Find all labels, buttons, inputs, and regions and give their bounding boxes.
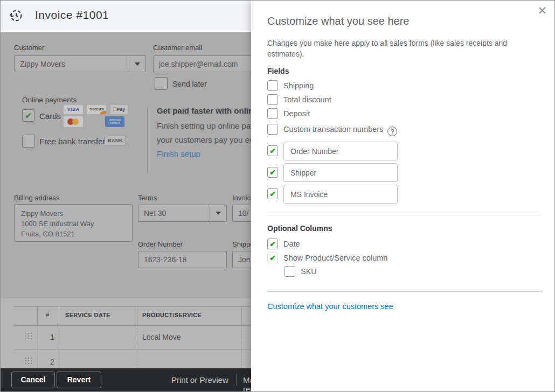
billing-address-textarea[interactable]: Zippy Movers 1000 SE Industrial Way Frui… (14, 204, 133, 242)
billing-address-label: Billing address (14, 194, 60, 202)
billing-line: Fruita, CO 81521 (21, 229, 126, 240)
free-bank-transfer-checkbox[interactable] (22, 135, 35, 148)
billing-line: 1000 SE Industrial Way (21, 219, 126, 229)
order-number-field-input[interactable] (283, 142, 398, 160)
shipper-label: Shipper (232, 240, 251, 248)
card-brand-icons: VISA DISCOVER Pay AMERICANEXPRESS (64, 105, 123, 127)
cards-checkbox[interactable] (22, 109, 34, 122)
footer-divider (236, 374, 237, 386)
row1-product-service[interactable]: Local Move (142, 333, 181, 341)
free-bank-transfer-label: Free bank transfer (39, 137, 106, 146)
print-or-preview-button[interactable]: Print or Preview (171, 375, 228, 384)
deposit-checkbox[interactable] (267, 108, 278, 119)
customer-select[interactable]: Zippy Movers (14, 55, 146, 72)
optional-columns-heading: Optional Columns (267, 224, 332, 233)
visa-icon: VISA (64, 105, 83, 114)
discover-icon: DISCOVER (87, 105, 106, 114)
show-product-service-label: Show Product/Service column (283, 254, 387, 262)
shipper-field-checkbox[interactable] (267, 167, 278, 178)
promo-line-1: Finish setting up online pay (157, 121, 251, 130)
recurring-history-icon[interactable] (9, 8, 24, 23)
customer-email-input[interactable]: joe.shipper@email.com (153, 55, 251, 72)
amex-icon: AMERICANEXPRESS (105, 116, 124, 127)
shipper-field-input[interactable] (283, 163, 398, 182)
drawer-subtitle: Changes you make here apply to all sales… (267, 38, 516, 60)
dropdown-caret-icon[interactable] (129, 56, 145, 72)
custom-transaction-numbers-label: Custom transaction numbers? (283, 125, 397, 136)
online-payments-label: Online payments (22, 96, 77, 104)
sku-checkbox[interactable] (285, 266, 295, 277)
shipper-value: Joe (238, 255, 251, 264)
customer-email-label: Customer email (153, 44, 202, 52)
drawer-title: Customize what you see here (267, 15, 409, 27)
shipping-checkbox[interactable] (267, 80, 278, 91)
shipper-input[interactable]: Joe (232, 251, 251, 268)
customize-customers-link[interactable]: Customize what your customers see (267, 302, 393, 311)
row1-number: 1 (50, 333, 54, 341)
terms-select[interactable]: Net 30 (138, 205, 227, 222)
col-header-number: # (46, 312, 49, 318)
dropdown-caret-icon[interactable] (210, 205, 226, 221)
make-recurring-button[interactable]: Make recurring (243, 375, 251, 391)
custom-transaction-numbers-checkbox[interactable] (267, 124, 278, 135)
invoice-date-input[interactable]: 10/ (232, 205, 251, 222)
cards-label: Cards (39, 111, 61, 121)
ms-invoice-field-checkbox[interactable] (267, 188, 278, 199)
invoice-form-dimmed: Invoice #1001 Customer Zippy Movers Cust… (1, 1, 251, 391)
total-discount-checkbox[interactable] (267, 94, 278, 105)
send-later-label: Send later (172, 80, 207, 88)
cancel-button[interactable]: Cancel (11, 372, 55, 388)
order-number-field-checkbox[interactable] (267, 145, 278, 156)
applepay-icon: Pay (110, 105, 128, 114)
section-divider (267, 215, 542, 215)
date-column-checkbox[interactable] (267, 239, 278, 249)
revert-button[interactable]: Revert (57, 372, 101, 388)
date-column-label: Date (283, 240, 300, 248)
order-number-input[interactable]: 1623-236-18 (138, 251, 227, 268)
invoice-date-label: Invoice date (232, 194, 251, 202)
row-drag-handle-icon[interactable] (25, 358, 32, 364)
show-product-service-checkbox[interactable] (267, 253, 278, 263)
shipping-label: Shipping (283, 81, 314, 90)
promo-line-2: your customers pay you eve (157, 135, 251, 144)
close-icon[interactable]: ✕ (537, 5, 547, 16)
section-divider (267, 291, 542, 292)
invoice-header: Invoice #1001 (1, 1, 251, 32)
promo-divider (147, 107, 148, 174)
ms-invoice-field-input[interactable] (283, 185, 398, 204)
deposit-label: Deposit (283, 109, 310, 118)
sku-label: SKU (301, 267, 317, 276)
col-header-service-date: SERVICE DATE (65, 312, 110, 318)
invoice-date-value: 10/ (238, 209, 248, 218)
row2-number: 2 (50, 358, 54, 366)
help-icon[interactable]: ? (387, 127, 397, 136)
page-title: Invoice #1001 (35, 9, 109, 22)
send-later-checkbox[interactable] (155, 77, 168, 90)
terms-label: Terms (138, 194, 157, 202)
customize-drawer: ✕ Customize what you see here Changes yo… (251, 1, 554, 391)
finish-setup-link[interactable]: Finish setup (157, 149, 200, 158)
total-discount-label: Total discount (283, 95, 331, 104)
terms-value: Net 30 (144, 209, 166, 218)
customer-label: Customer (14, 44, 44, 52)
line-items-table: # SERVICE DATE PRODUCT/SERVICE 1 Local M… (1, 298, 251, 368)
mastercard-icon (64, 116, 83, 127)
billing-line: Zippy Movers (21, 209, 126, 219)
promo-heading: Get paid faster with online (157, 106, 251, 115)
order-number-label: Order Number (138, 240, 183, 248)
col-header-product-service: PRODUCT/SERVICE (142, 312, 202, 318)
app-window: Invoice #1001 Customer Zippy Movers Cust… (0, 0, 555, 392)
invoice-footer-bar: Cancel Revert Print or Preview Make recu… (1, 368, 251, 391)
bank-badge: BANK (105, 136, 126, 145)
fields-heading: Fields (267, 67, 289, 75)
row-drag-handle-icon[interactable] (25, 333, 32, 339)
order-number-value: 1623-236-18 (144, 255, 186, 264)
customer-value: Zippy Movers (20, 60, 65, 68)
customer-email-value: joe.shipper@email.com (159, 60, 238, 68)
